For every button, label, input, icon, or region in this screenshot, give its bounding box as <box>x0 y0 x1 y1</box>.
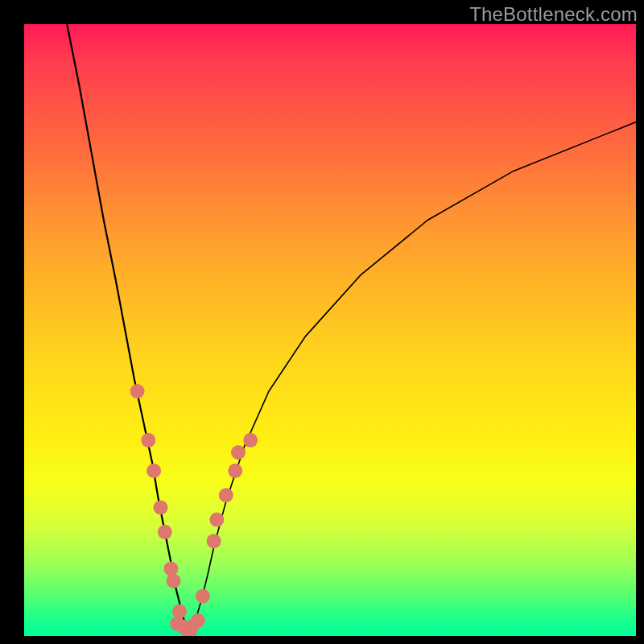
watermark-text: TheBottleneck.com <box>469 3 638 26</box>
data-point <box>209 513 224 527</box>
chart-svg <box>24 24 636 636</box>
data-point <box>228 464 242 478</box>
data-point <box>153 500 167 514</box>
data-point <box>219 488 233 502</box>
data-point <box>243 433 258 448</box>
data-point <box>231 445 246 460</box>
data-point <box>130 384 145 398</box>
data-point <box>176 620 191 634</box>
outer-frame: TheBottleneck.com <box>0 0 644 644</box>
data-point <box>207 534 221 548</box>
data-point <box>166 574 180 588</box>
plot-area <box>24 24 636 636</box>
data-point <box>172 605 187 619</box>
data-point <box>182 625 196 636</box>
curve-right <box>189 122 636 634</box>
data-point <box>163 561 178 576</box>
curve-left <box>67 24 189 633</box>
data-point <box>184 620 199 634</box>
data-point <box>141 433 155 448</box>
data-point <box>170 617 184 631</box>
data-point <box>191 613 205 628</box>
data-point <box>196 589 210 604</box>
data-point <box>147 464 161 478</box>
data-point <box>158 525 172 539</box>
sample-points <box>130 384 258 636</box>
